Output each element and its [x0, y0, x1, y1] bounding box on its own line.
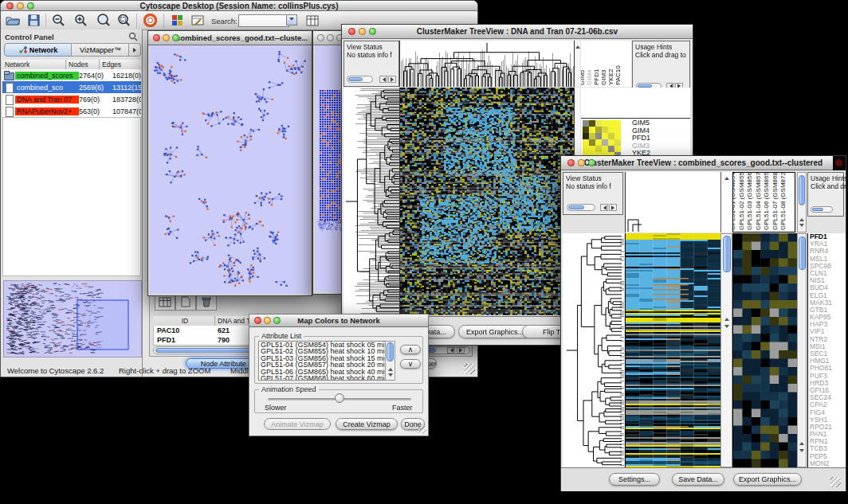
heatmap-cell[interactable] — [589, 133, 595, 139]
tv2-zoom-heatmap[interactable] — [732, 233, 797, 467]
speed-slider-thumb[interactable] — [335, 393, 344, 403]
heatmap-cell[interactable] — [602, 146, 608, 152]
tv1-export-graphics-button[interactable]: Export Graphics... — [458, 325, 532, 338]
network-list-row[interactable]: DNA and Tran 07769(0)183728(0) — [2, 93, 141, 105]
data-col-id[interactable]: ID — [153, 316, 215, 326]
minimize-button[interactable] — [264, 317, 271, 324]
tv2-labels-vscrollbar[interactable] — [797, 172, 807, 232]
scroll-right-icon[interactable] — [388, 76, 396, 83]
zoom-in-icon[interactable] — [73, 13, 90, 28]
heatmap-cell[interactable] — [614, 127, 621, 133]
attribute-item[interactable]: GPL51-07 (GSM868) heat shock 60 min — [261, 375, 395, 381]
tv2-export-graphics-button[interactable]: Export Graphics... — [733, 473, 802, 486]
tv2-column-label[interactable]: GPL51-02 (GSM855) — [738, 172, 745, 230]
zoom-fit-icon[interactable] — [95, 13, 112, 28]
network-list-row[interactable]: combined_scores2764(0)16218(0) — [2, 69, 141, 81]
heatmap-cell[interactable] — [595, 127, 602, 133]
heatmap-cell[interactable] — [602, 127, 608, 133]
heatmap-cell[interactable] — [583, 139, 589, 146]
heatmap-cell[interactable] — [608, 146, 614, 152]
close-button[interactable] — [6, 2, 14, 10]
network-canvas[interactable] — [150, 45, 310, 294]
tab-network[interactable]: Network — [4, 43, 73, 57]
zoom-button[interactable] — [27, 2, 34, 10]
network-list-row[interactable]: combined_sco2569(6)13112(15) — [2, 81, 141, 93]
minimize-button[interactable] — [359, 28, 366, 35]
heatmap-cell[interactable] — [595, 139, 602, 146]
tv2-column-label[interactable]: GPL51-04 (GSM857) — [755, 172, 762, 230]
heatmap-cell[interactable] — [614, 133, 621, 139]
heatmap-cell[interactable] — [589, 146, 595, 152]
dialog-titlebar[interactable]: Map Colors to Network — [249, 315, 428, 327]
heatmap-cell[interactable] — [614, 146, 621, 152]
tv2-usage-scrollbar[interactable] — [811, 206, 833, 213]
tv2-column-label[interactable]: GPL51-08 (GSM872) — [779, 172, 787, 230]
zoom-selected-icon[interactable] — [116, 13, 133, 28]
zoom-button[interactable] — [273, 317, 281, 324]
tv1-column-label[interactable]: GIM3 — [600, 69, 607, 85]
close-button[interactable] — [254, 317, 261, 324]
tv2-zoom-vscrollbar[interactable] — [797, 233, 807, 467]
zoom-button[interactable] — [172, 34, 179, 41]
gene-label[interactable]: MON2 — [810, 460, 846, 467]
main-titlebar[interactable]: Cytoscape Desktop (Session Name: collins… — [1, 1, 477, 11]
resize-grip[interactable] — [830, 477, 841, 487]
tv2-column-label[interactable]: GPL51-06 (GSM865) — [763, 172, 770, 230]
create-vizmap-button[interactable]: Create Vizmap — [336, 418, 398, 430]
attribute-table-icon[interactable] — [304, 13, 321, 28]
search-dropdown-icon[interactable] — [286, 14, 297, 25]
minimize-button[interactable] — [17, 2, 24, 10]
heatmap-cell[interactable] — [608, 127, 614, 133]
tv1-heatmap[interactable] — [399, 88, 574, 315]
tv2-column-label[interactable]: GPL51-07 (GSM868) — [771, 172, 779, 230]
close-button[interactable] — [348, 28, 355, 35]
heatmap-cell[interactable] — [595, 120, 602, 127]
tv2-settings-button[interactable]: Settings... — [609, 473, 660, 486]
tv1-column-label[interactable]: PAC10 — [614, 65, 622, 85]
network-list-row[interactable]: RNAPuberNov2+563(0)107847(0) — [2, 105, 141, 117]
heatmap-cell[interactable] — [614, 139, 621, 146]
heatmap-cell[interactable] — [614, 120, 621, 127]
tv2-save-data-button[interactable]: Save Data... — [672, 473, 724, 486]
col-nodes[interactable]: Nodes — [66, 60, 100, 69]
help-lifering-icon[interactable] — [141, 13, 159, 28]
minimize-button[interactable] — [163, 34, 170, 41]
tv2-heatmap[interactable] — [625, 233, 721, 467]
heatmap-cell[interactable] — [589, 127, 595, 133]
network-overview[interactable] — [3, 280, 142, 357]
tv1-column-label[interactable]: YKE2 — [607, 69, 614, 85]
tab-vizmapper[interactable]: VizMapper™ — [71, 43, 130, 57]
resize-grip[interactable] — [465, 364, 475, 374]
tv2-status-scrollbar[interactable] — [567, 204, 595, 211]
heatmap-cell[interactable] — [608, 120, 614, 127]
col-edges[interactable]: Edges — [100, 60, 141, 69]
tv2-column-label[interactable]: GPL51-03 (GSM856) — [746, 172, 753, 230]
scroll-left-icon[interactable] — [447, 347, 455, 354]
move-down-button[interactable]: ∨ — [400, 359, 421, 369]
tv1-row-dendrogram[interactable] — [344, 88, 399, 315]
heatmap-cell[interactable] — [595, 133, 602, 139]
heatmap-cell[interactable] — [589, 120, 595, 127]
network-view-titlebar[interactable]: combined_scores_good.txt--cluste... — [148, 31, 312, 45]
heatmap-cell[interactable] — [583, 120, 589, 127]
tv1-status-scrollbar[interactable] — [347, 76, 373, 83]
tv1-column-label[interactable]: PFD1 — [593, 69, 600, 85]
tv1-column-dendrogram[interactable] — [399, 41, 574, 87]
scroll-right-icon[interactable] — [609, 204, 617, 211]
treeview2-titlebar[interactable]: ClusterMaker TreeView : combined_scores_… — [561, 156, 846, 170]
scroll-left-icon[interactable] — [600, 204, 608, 211]
heatmap-cell[interactable] — [608, 133, 614, 139]
attribute-list-vscrollbar[interactable] — [385, 341, 395, 381]
minimize-button[interactable] — [578, 159, 585, 166]
heatmap-cell[interactable] — [583, 127, 589, 133]
resize-grip[interactable] — [418, 426, 426, 434]
scroll-right-icon[interactable] — [457, 347, 465, 354]
heatmap-cell[interactable] — [602, 120, 608, 127]
tv2-row-dendrogram[interactable] — [563, 233, 624, 467]
save-icon[interactable] — [25, 13, 42, 28]
heatmap-cell[interactable] — [608, 139, 614, 146]
col-network[interactable]: Network — [2, 60, 66, 69]
zoom-button[interactable] — [588, 159, 595, 166]
search-input[interactable] — [238, 14, 289, 27]
heatmap-cell[interactable] — [583, 133, 589, 139]
